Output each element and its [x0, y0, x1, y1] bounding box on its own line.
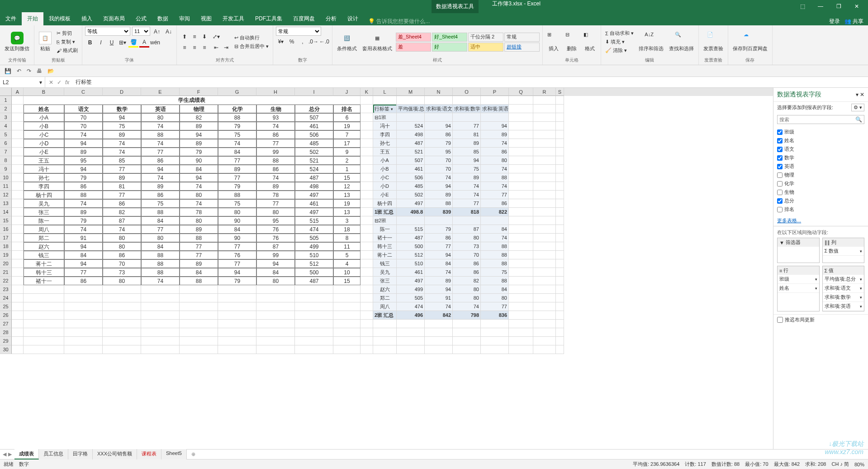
- row-header[interactable]: 27: [0, 320, 12, 328]
- cell[interactable]: 94: [481, 122, 509, 130]
- cell[interactable]: [12, 173, 24, 182]
- cell[interactable]: 76: [256, 225, 295, 234]
- cell[interactable]: [533, 165, 556, 173]
- cell[interactable]: [103, 320, 141, 328]
- tab-view[interactable]: 视图: [195, 12, 217, 25]
- cell[interactable]: [533, 259, 556, 268]
- cell[interactable]: [425, 320, 453, 328]
- cell[interactable]: 99: [256, 251, 295, 259]
- cell[interactable]: [360, 268, 373, 277]
- cell[interactable]: 80: [453, 285, 481, 294]
- sort-filter-button[interactable]: A↓Z排序和筛选: [637, 31, 665, 53]
- formula-input[interactable]: 行标签: [73, 77, 868, 87]
- cell[interactable]: 86: [453, 259, 481, 268]
- sheet-tab[interactable]: 课程表: [137, 449, 161, 459]
- cell[interactable]: [360, 285, 373, 294]
- cell[interactable]: [453, 96, 481, 105]
- cell[interactable]: 842: [425, 311, 453, 320]
- qat-save-button[interactable]: 💾: [5, 68, 11, 74]
- cell[interactable]: [360, 302, 373, 311]
- bold-button[interactable]: B: [85, 38, 95, 48]
- cell[interactable]: 80: [141, 113, 180, 122]
- cell[interactable]: 74: [256, 173, 295, 182]
- cell[interactable]: 74: [425, 302, 453, 311]
- cell[interactable]: 94: [64, 139, 103, 148]
- cell[interactable]: 84: [64, 251, 103, 259]
- cell[interactable]: 74: [453, 191, 481, 199]
- row-header[interactable]: 17: [0, 234, 12, 242]
- col-header-E[interactable]: E: [141, 88, 180, 96]
- cell[interactable]: [556, 242, 564, 251]
- cell[interactable]: 82: [103, 208, 141, 216]
- status-ime[interactable]: CH ♪ 简: [831, 461, 849, 468]
- col-header-G[interactable]: G: [218, 88, 256, 96]
- cell[interactable]: 461: [295, 122, 333, 130]
- cell[interactable]: 79: [180, 148, 218, 156]
- cell[interactable]: [360, 96, 373, 105]
- cell[interactable]: [425, 345, 453, 354]
- cell[interactable]: 褚十一: [373, 234, 397, 242]
- cell[interactable]: [180, 302, 218, 311]
- cell[interactable]: [360, 130, 373, 139]
- cell[interactable]: 512: [295, 259, 333, 268]
- field-item[interactable]: 总分: [777, 196, 864, 205]
- cell[interactable]: 15: [333, 173, 360, 182]
- cell[interactable]: 474: [295, 225, 333, 234]
- col-header-J[interactable]: J: [333, 88, 360, 96]
- cell[interactable]: [533, 122, 556, 130]
- cell[interactable]: [533, 242, 556, 251]
- share-button[interactable]: 👥 共享: [844, 18, 863, 25]
- cell[interactable]: 90: [218, 216, 256, 225]
- cell[interactable]: [103, 328, 141, 337]
- style-good[interactable]: 好: [432, 43, 467, 52]
- cell[interactable]: 排名: [333, 105, 360, 113]
- cell[interactable]: [556, 173, 564, 182]
- rows-area[interactable]: ≡行 班级▾姓名▾: [777, 266, 820, 311]
- cell[interactable]: [556, 139, 564, 148]
- cell[interactable]: 77: [218, 173, 256, 182]
- cell[interactable]: 13: [333, 208, 360, 216]
- cell[interactable]: 冯十: [24, 165, 64, 173]
- cell[interactable]: 798: [453, 311, 481, 320]
- cell[interactable]: [333, 285, 360, 294]
- style-normal[interactable]: 常规: [504, 33, 540, 42]
- cell[interactable]: [360, 122, 373, 130]
- cell[interactable]: 钱三: [373, 259, 397, 268]
- cell[interactable]: 74: [425, 173, 453, 182]
- field-checkbox[interactable]: [777, 190, 783, 195]
- row-header[interactable]: 25: [0, 302, 12, 311]
- cell[interactable]: [360, 328, 373, 337]
- cell[interactable]: [295, 320, 333, 328]
- cell[interactable]: 小D: [24, 139, 64, 148]
- cell[interactable]: 94: [256, 259, 295, 268]
- cell[interactable]: 81: [103, 182, 141, 191]
- cell[interactable]: [509, 242, 533, 251]
- cell[interactable]: 75: [141, 199, 180, 208]
- cell[interactable]: [533, 96, 556, 105]
- field-checkbox[interactable]: [777, 147, 783, 152]
- cell[interactable]: [509, 337, 533, 345]
- cell[interactable]: 95: [64, 156, 103, 165]
- cell[interactable]: 86: [256, 165, 295, 173]
- cell[interactable]: 70: [103, 259, 141, 268]
- cell[interactable]: 84: [425, 259, 453, 268]
- field-checkbox[interactable]: [777, 181, 783, 187]
- cell[interactable]: 钱三: [24, 251, 64, 259]
- cell[interactable]: 数学: [103, 105, 141, 113]
- tab-insert[interactable]: 插入: [76, 12, 98, 25]
- cell[interactable]: 84: [180, 165, 218, 173]
- cell[interactable]: [533, 208, 556, 216]
- cell[interactable]: 77: [180, 251, 218, 259]
- sheet-nav-prev-button[interactable]: ◀: [3, 451, 6, 457]
- sheet-nav-next-button[interactable]: ▶: [8, 451, 12, 457]
- cell[interactable]: [533, 268, 556, 277]
- cell[interactable]: 小E: [24, 148, 64, 156]
- cell[interactable]: [556, 182, 564, 191]
- cell[interactable]: 839: [425, 208, 453, 216]
- cell[interactable]: 生物: [256, 105, 295, 113]
- cell[interactable]: [24, 311, 64, 320]
- send-to-wechat-button[interactable]: 💬发送到微信: [3, 31, 31, 53]
- cell[interactable]: 94: [180, 173, 218, 182]
- cell[interactable]: 89: [218, 165, 256, 173]
- cell[interactable]: [103, 345, 141, 354]
